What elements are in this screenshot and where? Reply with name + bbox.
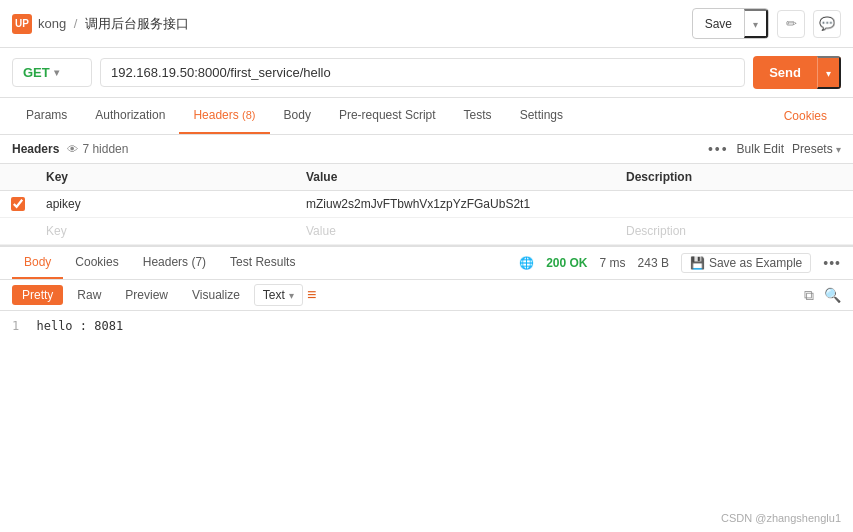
url-input[interactable] — [100, 58, 745, 87]
empty-key-cell[interactable]: Key — [36, 218, 296, 245]
bottom-more-icon[interactable]: ••• — [823, 255, 841, 271]
format-bar-right: ⧉ 🔍 — [804, 287, 841, 304]
save-icon: 💾 — [690, 256, 705, 270]
empty-desc-cell[interactable]: Description — [616, 218, 853, 245]
tabs-left: Params Authorization Headers (8) Body Pr… — [12, 98, 577, 134]
bottom-tab-right: 🌐 200 OK 7 ms 243 B 💾 Save as Example ••… — [519, 253, 841, 273]
bulk-edit-button[interactable]: Bulk Edit — [737, 142, 784, 156]
tab-prerequest[interactable]: Pre-request Script — [325, 98, 450, 134]
presets-button[interactable]: Presets ▾ — [792, 142, 841, 156]
tab-cookies[interactable]: Cookies — [770, 99, 841, 133]
text-format-select[interactable]: Text ▾ — [254, 284, 303, 306]
bottom-tab-body[interactable]: Body — [12, 247, 63, 279]
watermark: CSDN @zhangshenglu1 — [721, 512, 841, 524]
breadcrumb: kong / 调用后台服务接口 — [38, 15, 189, 33]
top-bar-right: Save ▾ ✏ 💬 — [692, 8, 841, 39]
method-select[interactable]: GET ▾ — [12, 58, 92, 87]
text-format-chevron-icon: ▾ — [289, 290, 294, 301]
hidden-toggle[interactable]: 👁 7 hidden — [67, 142, 128, 156]
table-row: apikey mZiuw2s2mJvFTbwhVx1zpYzFGaUbS2t1 — [0, 191, 853, 218]
top-bar-left: UP kong / 调用后台服务接口 — [12, 14, 189, 34]
method-value: GET — [23, 65, 50, 80]
breadcrumb-separator: / — [74, 16, 78, 31]
empty-row: Key Value Description — [0, 218, 853, 245]
save-main[interactable]: Save — [693, 12, 744, 36]
save-button[interactable]: Save ▾ — [692, 8, 769, 39]
fmt-preview-button[interactable]: Preview — [115, 285, 178, 305]
bottom-tabs-left: Body Cookies Headers (7) Test Results — [12, 247, 307, 279]
url-bar: GET ▾ Send ▾ — [0, 48, 853, 98]
row-checkbox[interactable] — [11, 197, 25, 211]
response-body: 1 hello : 8081 — [0, 311, 853, 341]
row-desc[interactable] — [616, 191, 853, 218]
bottom-tab-headers7[interactable]: Headers (7) — [131, 247, 218, 279]
save-example-button[interactable]: 💾 Save as Example — [681, 253, 811, 273]
headers-table-area: Key Value Description apikey mZiuw2s2mJv… — [0, 164, 853, 245]
sub-header-right: ••• Bulk Edit Presets ▾ — [708, 141, 841, 157]
col-value-header: Value — [296, 164, 616, 191]
col-key-header: Key — [36, 164, 296, 191]
tab-settings[interactable]: Settings — [506, 98, 577, 134]
send-button[interactable]: Send ▾ — [753, 56, 841, 89]
fmt-pretty-button[interactable]: Pretty — [12, 285, 63, 305]
top-bar: UP kong / 调用后台服务接口 Save ▾ ✏ 💬 — [0, 0, 853, 48]
pencil-icon[interactable]: ✏ — [777, 10, 805, 38]
format-bar: Pretty Raw Preview Visualize Text ▾ ≡ ⧉ … — [0, 280, 853, 311]
status-ok-badge: 200 OK — [546, 256, 587, 270]
tabs-row: Params Authorization Headers (8) Body Pr… — [0, 98, 853, 135]
send-chevron-icon: ▾ — [826, 68, 831, 79]
status-time: 7 ms — [600, 256, 626, 270]
row-value[interactable]: mZiuw2s2mJvFTbwhVx1zpYzFGaUbS2t1 — [296, 191, 616, 218]
empty-checkbox-cell — [0, 218, 36, 245]
empty-value-cell[interactable]: Value — [296, 218, 616, 245]
chevron-down-icon: ▾ — [753, 19, 758, 30]
row-key[interactable]: apikey — [36, 191, 296, 218]
tab-tests[interactable]: Tests — [450, 98, 506, 134]
col-check-header — [0, 164, 36, 191]
bottom-tabs-row: Body Cookies Headers (7) Test Results 🌐 … — [0, 247, 853, 280]
tab-body[interactable]: Body — [270, 98, 325, 134]
headers-label: Headers — [12, 142, 59, 156]
tab-authorization[interactable]: Authorization — [81, 98, 179, 134]
bottom-tab-cookies[interactable]: Cookies — [63, 247, 130, 279]
eye-icon: 👁 — [67, 143, 78, 155]
sub-header-left: Headers 👁 7 hidden — [12, 142, 128, 156]
save-dropdown[interactable]: ▾ — [744, 9, 768, 38]
globe-icon: 🌐 — [519, 256, 534, 270]
tab-headers[interactable]: Headers (8) — [179, 98, 269, 134]
presets-chevron-icon: ▾ — [836, 144, 841, 155]
copy-icon[interactable]: ⧉ — [804, 287, 814, 304]
row-checkbox-cell — [0, 191, 36, 218]
search-icon[interactable]: 🔍 — [824, 287, 841, 303]
method-chevron-icon: ▾ — [54, 67, 59, 78]
tab-params[interactable]: Params — [12, 98, 81, 134]
breadcrumb-title: 调用后台服务接口 — [85, 16, 189, 31]
fmt-visualize-button[interactable]: Visualize — [182, 285, 250, 305]
col-desc-header: Description — [616, 164, 853, 191]
app-logo: UP — [12, 14, 32, 34]
more-options-icon[interactable]: ••• — [708, 141, 729, 157]
fmt-raw-button[interactable]: Raw — [67, 285, 111, 305]
send-main[interactable]: Send — [753, 58, 817, 87]
bottom-tab-testresults[interactable]: Test Results — [218, 247, 307, 279]
sub-header: Headers 👁 7 hidden ••• Bulk Edit Presets… — [0, 135, 853, 164]
headers-table: Key Value Description apikey mZiuw2s2mJv… — [0, 164, 853, 245]
status-size: 243 B — [638, 256, 669, 270]
comment-icon[interactable]: 💬 — [813, 10, 841, 38]
send-dropdown[interactable]: ▾ — [817, 56, 841, 89]
line-number: 1 — [12, 319, 19, 333]
headers-badge: (8) — [242, 109, 255, 121]
response-content: hello : 8081 — [36, 319, 123, 333]
bottom-panel: Body Cookies Headers (7) Test Results 🌐 … — [0, 245, 853, 341]
wrap-icon[interactable]: ≡ — [307, 286, 316, 304]
format-bar-left: Pretty Raw Preview Visualize Text ▾ ≡ — [12, 284, 316, 306]
